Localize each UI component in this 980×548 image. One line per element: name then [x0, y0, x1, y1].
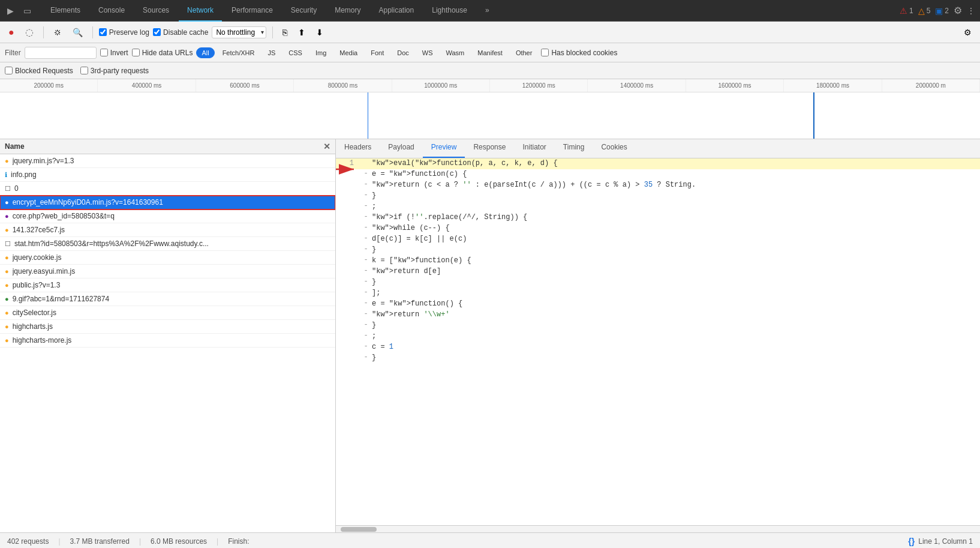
file-item[interactable]: ●9.gif?abc=1&rnd=1711627874 — [0, 292, 335, 306]
filter-button[interactable]: ⛭ — [50, 26, 65, 39]
filter-chip-doc[interactable]: Doc — [392, 47, 414, 58]
timeline-tick: 1800000 ms — [784, 79, 882, 92]
tab-security[interactable]: Security — [282, 0, 325, 22]
filter-chip-img[interactable]: Img — [310, 47, 332, 58]
filter-chip-ws[interactable]: WS — [417, 47, 438, 58]
third-party-checkbox[interactable] — [80, 67, 88, 74]
invert-label[interactable]: Invert — [100, 49, 128, 57]
filter-chip-media[interactable]: Media — [334, 47, 363, 58]
preview-tab-cookies[interactable]: Cookies — [593, 139, 635, 158]
disable-cache-label[interactable]: Disable cache — [153, 28, 208, 37]
file-item[interactable]: ●highcharts-more.js — [0, 334, 335, 348]
file-item[interactable]: ☐stat.htm?id=5808503&r=https%3A%2F%2Fwww… — [0, 237, 335, 251]
tab-elements[interactable]: Elements — [42, 0, 89, 22]
settings-network-icon[interactable]: ⚙ — [960, 26, 975, 39]
hide-data-urls-label[interactable]: Hide data URLs — [132, 49, 193, 57]
line-dash: - — [360, 353, 372, 364]
file-type-icon: ● — [5, 282, 9, 289]
wifi-icon[interactable]: ⎘ — [279, 26, 291, 39]
filter-chip-css[interactable]: CSS — [283, 47, 308, 58]
tab-lighthouse[interactable]: Lighthouse — [423, 0, 476, 22]
hide-data-urls-checkbox[interactable] — [132, 49, 140, 56]
file-item[interactable]: ●jquery.easyui.min.js — [0, 265, 335, 279]
file-item[interactable]: ●public.js?v=1.3 — [0, 279, 335, 292]
close-preview-button[interactable]: ✕ — [323, 142, 330, 151]
preview-tab-headers[interactable]: Headers — [336, 139, 380, 158]
timeline-tick: 1200000 ms — [490, 79, 588, 92]
line-dash: - — [360, 180, 372, 191]
tab-memory[interactable]: Memory — [326, 0, 369, 22]
blocked-requests-label[interactable]: Blocked Requests — [5, 67, 73, 75]
file-item[interactable]: ●highcharts.js — [0, 320, 335, 334]
toolbar: ● ◌ ⛭ 🔍 Preserve log Disable cache No th… — [0, 22, 980, 43]
file-item[interactable]: ●citySelector.js — [0, 306, 335, 320]
invert-checkbox[interactable] — [100, 49, 108, 56]
file-item[interactable]: ℹinfo.png — [0, 168, 335, 182]
third-party-label[interactable]: 3rd-party requests — [80, 67, 149, 75]
line-dash: - — [360, 202, 372, 212]
file-item[interactable]: ●core.php?web_id=5808503&t=q — [0, 209, 335, 223]
file-type-icon: ☐ — [5, 240, 11, 248]
upload-button[interactable]: ⬆ — [294, 26, 309, 39]
has-blocked-cookies-label[interactable]: Has blocked cookies — [541, 49, 617, 57]
more-options-icon[interactable]: ⋮ — [967, 6, 975, 16]
tab-sources[interactable]: Sources — [134, 0, 178, 22]
preserve-log-label[interactable]: Preserve log — [99, 28, 149, 37]
msg-badge[interactable]: ▣ 2 — [935, 6, 949, 16]
tab-performance[interactable]: Performance — [223, 0, 281, 22]
timeline-tick: 2000000 m — [882, 79, 980, 92]
download-button[interactable]: ⬇ — [312, 26, 327, 39]
preview-content[interactable]: 1"kw">eval("kw">function(p, a, c, k, e, … — [336, 158, 980, 525]
preview-tab-response[interactable]: Response — [465, 139, 514, 158]
tab-application[interactable]: Application — [371, 0, 423, 22]
file-type-icon: ● — [5, 226, 9, 233]
filter-chip-other[interactable]: Other — [510, 47, 538, 58]
tab-more[interactable]: » — [477, 0, 498, 22]
has-blocked-cookies-checkbox[interactable] — [541, 49, 549, 56]
filter-chip-js[interactable]: JS — [262, 47, 281, 58]
search-button[interactable]: 🔍 — [69, 26, 86, 39]
device-icon[interactable]: ▭ — [21, 5, 34, 17]
curly-braces-icon[interactable]: {} — [908, 537, 915, 546]
h-scroll-thumb[interactable] — [341, 527, 377, 532]
throttle-select[interactable]: No throttling — [212, 26, 266, 38]
warn-badge[interactable]: △ 5 — [918, 6, 931, 16]
line-content: c = 1 — [372, 342, 980, 353]
file-item[interactable]: ●141.327ce5c7.js — [0, 223, 335, 237]
preview-tab-payload[interactable]: Payload — [380, 139, 422, 158]
filter-chip-wasm[interactable]: Wasm — [441, 47, 470, 58]
file-item[interactable]: ●encrypt_eeMnNp6yiD0A.min.js?v=164163096… — [0, 196, 335, 209]
timeline-area[interactable] — [0, 92, 980, 139]
filter-chip-fetch/xhr[interactable]: Fetch/XHR — [217, 47, 260, 58]
stop-button[interactable]: ◌ — [22, 25, 37, 40]
preview-tab-initiator[interactable]: Initiator — [514, 139, 554, 158]
filter-chip-manifest[interactable]: Manifest — [472, 47, 508, 58]
file-item[interactable]: ●jquery.cookie.js — [0, 251, 335, 265]
disable-cache-checkbox[interactable] — [153, 28, 161, 36]
settings-icon[interactable]: ⚙ — [954, 5, 962, 16]
preview-tab-preview[interactable]: Preview — [423, 139, 465, 158]
filter-input[interactable] — [25, 47, 97, 59]
line-content: d[e(c)] = k[c] || e(c) — [372, 234, 980, 245]
code-line: - "kw">return '\\w+' — [336, 310, 980, 321]
filter-chip-all[interactable]: All — [196, 47, 214, 58]
tab-console[interactable]: Console — [90, 0, 133, 22]
preserve-log-checkbox[interactable] — [99, 28, 107, 36]
preview-panel: HeadersPayloadPreviewResponseInitiatorTi… — [336, 139, 980, 532]
cursor-icon[interactable]: ▶ — [5, 5, 16, 17]
file-item[interactable]: ●jquery.min.js?v=1.3 — [0, 154, 335, 168]
file-type-icon: ● — [5, 295, 9, 303]
filter-bar: Filter Invert Hide data URLs AllFetch/XH… — [0, 43, 980, 62]
tab-network[interactable]: Network — [179, 0, 222, 22]
blocked-requests-checkbox[interactable] — [5, 67, 13, 74]
file-type-icon: ☐ — [5, 185, 11, 193]
record-button[interactable]: ● — [5, 25, 18, 40]
file-item[interactable]: ☐0 — [0, 182, 335, 196]
horizontal-scrollbar[interactable] — [336, 525, 980, 532]
filter-chip-font[interactable]: Font — [365, 47, 389, 58]
file-list[interactable]: ●jquery.min.js?v=1.3ℹinfo.png☐0●encrypt_… — [0, 154, 335, 532]
line-content: "kw">return (c < a ? '' : e(parseInt(c /… — [372, 180, 980, 191]
preview-tab-timing[interactable]: Timing — [555, 139, 593, 158]
throttle-wrap[interactable]: No throttling — [212, 26, 266, 38]
error-badge[interactable]: ⚠ 1 — [900, 6, 913, 16]
